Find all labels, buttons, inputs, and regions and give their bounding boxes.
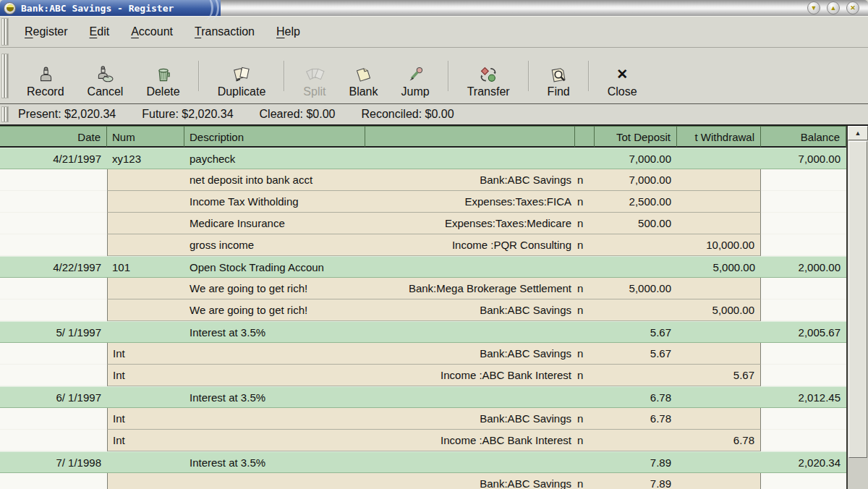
cell-description[interactable] xyxy=(184,365,365,386)
cell-date[interactable] xyxy=(0,430,107,451)
cell-num[interactable]: Int xyxy=(107,365,184,386)
cell-deposit[interactable] xyxy=(595,256,677,278)
cell-date[interactable]: 5/ 1/1997 xyxy=(0,321,107,343)
cell-balance[interactable] xyxy=(761,169,846,191)
cell-flag[interactable] xyxy=(575,256,595,278)
menu-transaction[interactable]: Transaction xyxy=(184,25,265,38)
toolbar-grip-handle[interactable] xyxy=(1,54,9,98)
cell-description[interactable] xyxy=(184,430,365,451)
cell-withdrawal[interactable]: 5,000.00 xyxy=(677,256,761,278)
cell-withdrawal[interactable] xyxy=(677,408,761,430)
delete-toolbar-button[interactable]: Delete xyxy=(138,53,187,99)
cell-balance[interactable]: 2,005.67 xyxy=(761,321,846,343)
cell-balance[interactable]: 2,000.00 xyxy=(761,256,846,278)
menubar-grip-handle[interactable] xyxy=(1,18,9,46)
close-button[interactable]: ✕ xyxy=(846,1,859,14)
cell-transfer[interactable]: Income :ABC Bank Interest xyxy=(365,430,575,451)
cell-num[interactable]: xy123 xyxy=(107,148,184,169)
cell-balance[interactable] xyxy=(761,430,846,451)
cell-date[interactable] xyxy=(0,278,107,299)
cell-num[interactable]: 101 xyxy=(107,256,184,278)
cell-date[interactable] xyxy=(0,299,107,321)
cell-balance[interactable] xyxy=(761,299,846,321)
cell-description[interactable]: We are going to get rich! xyxy=(184,278,365,299)
cell-withdrawal[interactable]: 5,000.00 xyxy=(677,299,761,321)
cell-deposit[interactable]: 5,000.00 xyxy=(595,278,677,299)
cell-transfer[interactable]: Expenses:Taxes:Medicare xyxy=(365,213,575,234)
cell-deposit[interactable]: 5.67 xyxy=(595,321,677,343)
cell-num[interactable] xyxy=(107,299,184,321)
scrollbar-thumb[interactable] xyxy=(848,141,867,458)
cell-num[interactable]: Int xyxy=(107,408,184,430)
cell-date[interactable]: 4/21/1997 xyxy=(0,148,107,169)
cell-transfer[interactable]: Income :ABC Bank Interest xyxy=(365,365,575,386)
cell-deposit[interactable]: 7,000.00 xyxy=(595,148,677,169)
cell-balance[interactable]: 2,020.34 xyxy=(761,451,846,473)
cell-num[interactable] xyxy=(107,234,184,256)
record-toolbar-button[interactable]: Record xyxy=(19,53,72,99)
cell-balance[interactable] xyxy=(761,191,846,213)
cancel-toolbar-button[interactable]: Cancel xyxy=(80,53,132,99)
cell-description[interactable]: gross income xyxy=(184,234,365,256)
cell-description[interactable] xyxy=(184,408,365,430)
cell-withdrawal[interactable]: 5.67 xyxy=(677,365,761,386)
cell-deposit[interactable] xyxy=(595,299,677,321)
cell-flag[interactable]: n xyxy=(575,408,595,430)
cell-deposit[interactable] xyxy=(595,234,677,256)
scroll-up-button[interactable]: ▲ xyxy=(848,126,868,140)
duplicate-toolbar-button[interactable]: Duplicate xyxy=(210,53,274,99)
cell-deposit[interactable] xyxy=(595,430,677,451)
cell-deposit[interactable]: 2,500.00 xyxy=(595,191,677,213)
cell-description[interactable]: net deposit into bank acct xyxy=(184,169,365,191)
cell-description[interactable]: Income Tax Witholding xyxy=(184,191,365,213)
cell-flag[interactable] xyxy=(575,386,595,408)
cell-transfer[interactable]: Bank:ABC Savings xyxy=(365,169,575,191)
cell-num[interactable] xyxy=(107,321,184,343)
cell-description[interactable]: Open Stock Trading Accoun xyxy=(184,256,365,278)
cell-description[interactable] xyxy=(184,343,365,365)
cell-deposit[interactable]: 6.78 xyxy=(595,386,677,408)
cell-date[interactable] xyxy=(0,169,107,191)
cell-date[interactable]: 4/22/1997 xyxy=(0,256,107,278)
cell-withdrawal[interactable] xyxy=(677,213,761,234)
cell-description[interactable]: Interest at 3.5% xyxy=(184,386,365,408)
cell-deposit[interactable]: 7.89 xyxy=(595,451,677,473)
cell-deposit[interactable]: 6.78 xyxy=(595,408,677,430)
cell-withdrawal[interactable] xyxy=(677,278,761,299)
cell-num[interactable] xyxy=(107,213,184,234)
cell-description[interactable]: We are going to get rich! xyxy=(184,299,365,321)
cell-transfer[interactable]: Expenses:Taxes:FICA xyxy=(365,191,575,213)
cell-flag[interactable]: n xyxy=(575,299,595,321)
cell-flag[interactable]: n xyxy=(575,278,595,299)
cell-date[interactable] xyxy=(0,343,107,365)
cell-balance[interactable] xyxy=(761,278,846,299)
cell-withdrawal[interactable] xyxy=(677,343,761,365)
cell-withdrawal[interactable] xyxy=(677,191,761,213)
cell-flag[interactable]: n xyxy=(575,213,595,234)
cell-balance[interactable]: 7,000.00 xyxy=(761,148,846,169)
maximize-button[interactable]: ▲ xyxy=(827,1,840,14)
cell-deposit[interactable]: 7.89 xyxy=(595,473,677,489)
summarybar-grip-handle[interactable] xyxy=(1,106,9,122)
cell-transfer[interactable] xyxy=(365,386,575,408)
cell-description[interactable]: Interest at 3.5% xyxy=(184,451,365,473)
cell-withdrawal[interactable]: 6.78 xyxy=(677,430,761,451)
cell-transfer[interactable] xyxy=(365,321,575,343)
cell-description[interactable]: paycheck xyxy=(184,148,365,169)
cell-num[interactable] xyxy=(107,191,184,213)
cell-num[interactable]: Int xyxy=(107,430,184,451)
cell-num[interactable] xyxy=(107,278,184,299)
cell-balance[interactable] xyxy=(761,473,846,489)
menu-account[interactable]: Account xyxy=(120,25,184,38)
cell-balance[interactable]: 2,012.45 xyxy=(761,386,846,408)
cell-balance[interactable] xyxy=(761,343,846,365)
cell-transfer[interactable]: Bank:ABC Savings xyxy=(365,473,575,489)
window-menu-button[interactable] xyxy=(4,2,16,14)
cell-date[interactable] xyxy=(0,365,107,386)
cell-withdrawal[interactable] xyxy=(677,473,761,489)
cell-transfer[interactable] xyxy=(365,256,575,278)
find-toolbar-button[interactable]: Find xyxy=(540,53,578,99)
cell-num[interactable] xyxy=(107,473,184,489)
cell-transfer[interactable] xyxy=(365,148,575,169)
cell-balance[interactable] xyxy=(761,234,846,256)
